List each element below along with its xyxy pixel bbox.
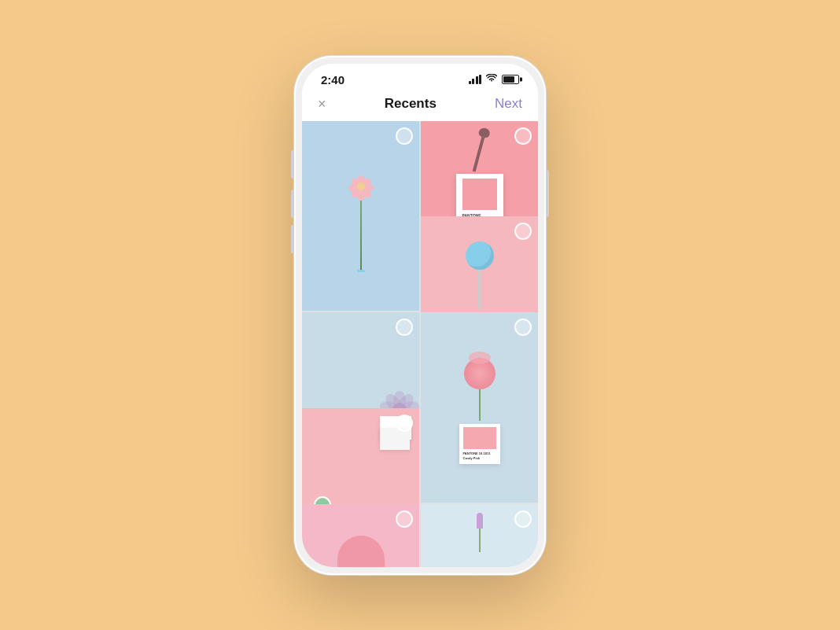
list-item[interactable] bbox=[302, 121, 419, 311]
page-title: Recents bbox=[385, 96, 437, 112]
battery-icon bbox=[502, 75, 519, 84]
phone-frame: 2:40 bbox=[294, 56, 546, 575]
select-circle[interactable] bbox=[514, 223, 532, 240]
status-icons bbox=[469, 74, 520, 85]
select-circle[interactable] bbox=[514, 127, 532, 145]
status-time: 2:40 bbox=[321, 73, 344, 87]
close-button[interactable]: × bbox=[318, 97, 326, 111]
select-circle[interactable] bbox=[396, 510, 413, 528]
select-circle[interactable] bbox=[514, 510, 532, 528]
list-item[interactable]: PANTONE 16-1811 Candy Pink bbox=[421, 312, 538, 503]
signal-icon bbox=[469, 75, 482, 84]
list-item[interactable] bbox=[302, 504, 419, 567]
phone-screen: 2:40 bbox=[302, 64, 538, 567]
wifi-icon bbox=[486, 74, 497, 85]
next-button[interactable]: Next bbox=[495, 96, 522, 112]
select-circle[interactable] bbox=[396, 319, 413, 336]
select-circle[interactable] bbox=[396, 414, 413, 432]
status-bar: 2:40 bbox=[302, 64, 538, 90]
photo-grid: PANTONE 691 bbox=[302, 121, 538, 567]
select-circle[interactable] bbox=[514, 319, 532, 336]
nav-bar: × Recents Next bbox=[302, 90, 538, 121]
select-circle[interactable] bbox=[396, 127, 413, 145]
list-item[interactable] bbox=[421, 504, 538, 567]
